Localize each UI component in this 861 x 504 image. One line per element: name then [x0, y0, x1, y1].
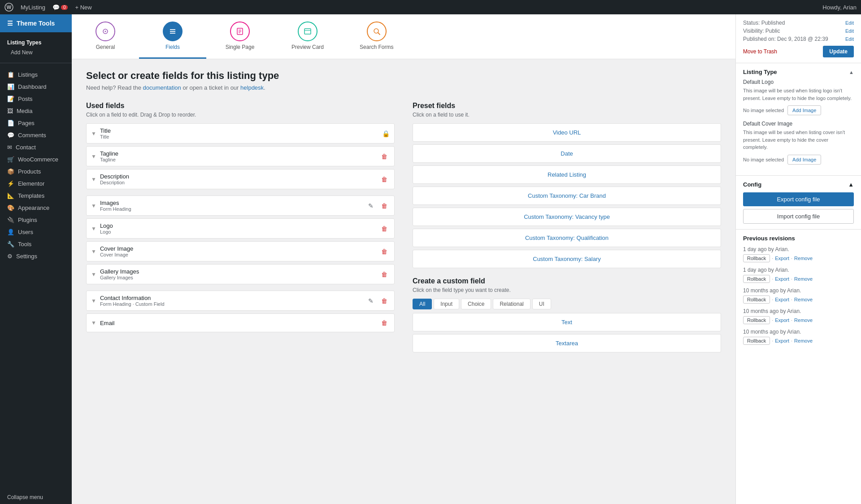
sidebar-item-listings[interactable]: 📋 Listings: [0, 69, 72, 81]
new-post-link[interactable]: + New: [75, 4, 91, 11]
fields-tab-label: Fields: [165, 44, 180, 50]
sidebar-item-comments[interactable]: 💬 Comments: [0, 129, 72, 141]
rollback-btn-1[interactable]: Rollback: [743, 254, 770, 262]
documentation-link[interactable]: documentation: [143, 84, 181, 91]
field-row-gallery-images[interactable]: ▼ Gallery Images Gallery Images 🗑: [86, 264, 395, 284]
sidebar-item-plugins[interactable]: 🔌 Plugins: [0, 214, 72, 226]
field-row-tagline[interactable]: ▼ Tagline Tagline 🗑: [86, 146, 395, 166]
sidebar-add-new[interactable]: Add New: [0, 48, 72, 57]
revision-actions-2: Rollback · Export · Remove: [743, 275, 854, 283]
tab-search-forms[interactable]: Search Forms: [342, 14, 411, 59]
sidebar-item-dashboard[interactable]: 📊 Dashboard: [0, 81, 72, 93]
tab-preview-card[interactable]: Preview Card: [274, 14, 342, 59]
site-name-link[interactable]: MyListing: [21, 4, 45, 11]
delete-images-btn[interactable]: 🗑: [379, 200, 390, 211]
sidebar-item-settings[interactable]: ⚙ Settings: [0, 250, 72, 262]
sidebar-item-pages[interactable]: 📄 Pages: [0, 117, 72, 129]
preset-custom-taxonomy-qualification-btn[interactable]: Custom Taxonomy: Qualification: [413, 229, 721, 247]
custom-tab-relational[interactable]: Relational: [493, 299, 530, 309]
published-edit-link[interactable]: Edit: [845, 36, 854, 42]
comments-link[interactable]: 💬 0: [52, 4, 68, 11]
theme-tools-header[interactable]: ☰ Theme Tools: [0, 14, 72, 32]
field-actions-cover-image: 🗑: [379, 246, 390, 257]
preset-custom-taxonomy-car-brand-btn[interactable]: Custom Taxonomy: Car Brand: [413, 187, 721, 205]
rollback-btn-5[interactable]: Rollback: [743, 337, 770, 345]
field-row-logo[interactable]: ▼ Logo Logo 🗑: [86, 218, 395, 239]
export-revision-link-5[interactable]: Export: [775, 338, 789, 343]
posts-icon: 📝: [7, 96, 14, 102]
preset-date-btn[interactable]: Date: [413, 144, 721, 163]
field-row-description[interactable]: ▼ Description Description 🗑: [86, 169, 395, 189]
sidebar-item-products[interactable]: 📦 Products: [0, 165, 72, 178]
field-row-images[interactable]: ▼ Images Form Heading ✎ 🗑: [86, 196, 395, 216]
helpdesk-link[interactable]: helpdesk: [240, 84, 264, 91]
export-revision-link-3[interactable]: Export: [775, 297, 789, 302]
default-cover-add-image-btn[interactable]: Add Image: [787, 155, 821, 165]
tab-fields[interactable]: Fields: [139, 14, 206, 59]
edit-contact-btn[interactable]: ✎: [365, 295, 376, 306]
update-btn[interactable]: Update: [823, 46, 854, 57]
export-revision-link-1[interactable]: Export: [775, 256, 789, 261]
custom-tab-ui[interactable]: UI: [532, 299, 551, 309]
sidebar-item-media[interactable]: 🖼 Media: [0, 105, 72, 117]
delete-tagline-btn[interactable]: 🗑: [379, 151, 390, 162]
sidebar-item-posts[interactable]: 📝 Posts: [0, 93, 72, 105]
sidebar-item-tools[interactable]: 🔧 Tools: [0, 238, 72, 250]
default-logo-add-image-btn[interactable]: Add Image: [787, 105, 821, 115]
tab-single-page[interactable]: Single Page: [206, 14, 274, 59]
remove-revision-link-1[interactable]: Remove: [794, 256, 813, 261]
config-header[interactable]: Config ▲: [743, 181, 854, 188]
export-revision-link-2[interactable]: Export: [775, 276, 789, 282]
svg-point-3: [105, 31, 106, 32]
listing-type-header[interactable]: Listing Type ▲: [743, 69, 854, 75]
preset-custom-taxonomy-vacancy-type-btn[interactable]: Custom Taxonomy: Vacancy type: [413, 208, 721, 226]
remove-revision-link-3[interactable]: Remove: [794, 297, 813, 302]
move-to-trash-link[interactable]: Move to Trash: [743, 48, 777, 55]
collapse-menu-btn[interactable]: Collapse menu: [0, 491, 72, 504]
field-sub-images: Form Heading: [100, 206, 362, 212]
tab-general[interactable]: General: [72, 14, 139, 59]
sidebar-item-templates[interactable]: 📐 Templates: [0, 190, 72, 202]
sidebar-item-elementor[interactable]: ⚡ Elementor: [0, 178, 72, 190]
import-config-btn[interactable]: Import config file: [743, 209, 854, 224]
custom-field-text-btn[interactable]: Text: [413, 313, 721, 331]
remove-revision-link-2[interactable]: Remove: [794, 276, 813, 282]
wp-logo-link[interactable]: W: [4, 3, 13, 12]
sidebar-item-woocommerce[interactable]: 🛒 WooCommerce: [0, 153, 72, 165]
custom-tab-all[interactable]: All: [413, 299, 432, 309]
delete-gallery-images-btn[interactable]: 🗑: [379, 269, 390, 280]
preset-video-url-btn[interactable]: Video URL: [413, 123, 721, 142]
field-row-email[interactable]: ▼ Email 🗑: [86, 313, 395, 332]
delete-cover-image-btn[interactable]: 🗑: [379, 246, 390, 257]
edit-images-btn[interactable]: ✎: [365, 200, 376, 211]
chevron-icon: ▼: [91, 130, 96, 137]
sidebar-item-appearance[interactable]: 🎨 Appearance: [0, 202, 72, 214]
export-revision-link-4[interactable]: Export: [775, 317, 789, 323]
field-row-cover-image[interactable]: ▼ Cover Image Cover Image 🗑: [86, 241, 395, 261]
field-row-contact-information[interactable]: ▼ Contact Information Form Heading · Cus…: [86, 291, 395, 311]
custom-field-textarea-btn[interactable]: Textarea: [413, 334, 721, 352]
delete-description-btn[interactable]: 🗑: [379, 174, 390, 185]
delete-email-btn[interactable]: 🗑: [379, 317, 390, 328]
field-row-title[interactable]: ▼ Title Title 🔒: [86, 123, 395, 143]
custom-tab-input[interactable]: Input: [434, 299, 459, 309]
export-config-btn[interactable]: Export config file: [743, 192, 854, 206]
sidebar-item-contact[interactable]: ✉ Contact: [0, 141, 72, 153]
rollback-btn-3[interactable]: Rollback: [743, 295, 770, 304]
field-sub-gallery-images: Gallery Images: [100, 275, 375, 280]
delete-contact-btn[interactable]: 🗑: [379, 295, 390, 306]
delete-logo-btn[interactable]: 🗑: [379, 223, 390, 234]
status-edit-link[interactable]: Edit: [845, 20, 854, 26]
fields-tab-icon: [163, 22, 183, 41]
remove-revision-link-5[interactable]: Remove: [794, 338, 813, 343]
remove-revision-link-4[interactable]: Remove: [794, 317, 813, 323]
sidebar-item-users[interactable]: 👤 Users: [0, 226, 72, 238]
rollback-btn-4[interactable]: Rollback: [743, 316, 770, 324]
preset-custom-taxonomy-salary-btn[interactable]: Custom Taxonomy: Salary: [413, 250, 721, 268]
config-title: Config: [743, 181, 761, 188]
preset-related-listing-btn[interactable]: Related Listing: [413, 165, 721, 184]
visibility-edit-link[interactable]: Edit: [845, 28, 854, 34]
field-actions-logo: 🗑: [379, 223, 390, 234]
rollback-btn-2[interactable]: Rollback: [743, 275, 770, 283]
custom-tab-choice[interactable]: Choice: [461, 299, 491, 309]
